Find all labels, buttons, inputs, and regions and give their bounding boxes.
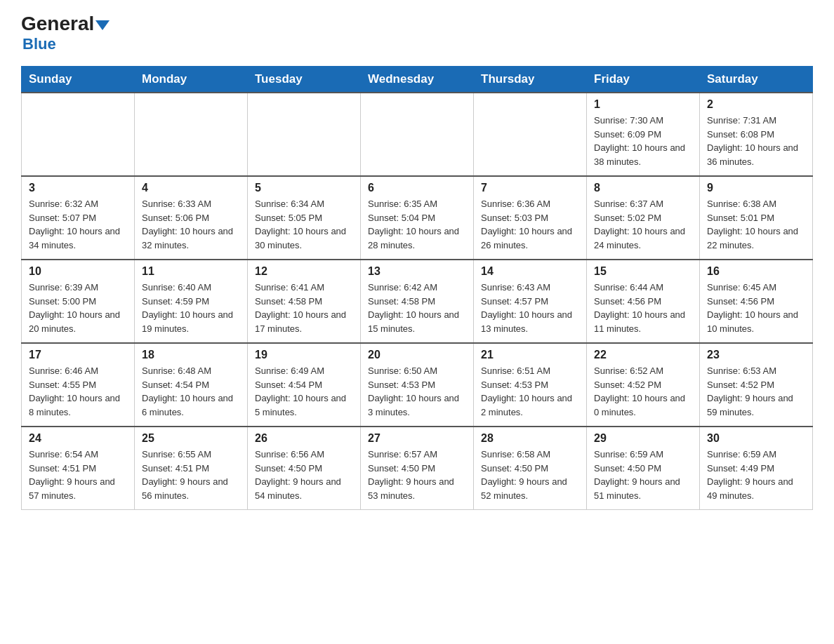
calendar-header-row: SundayMondayTuesdayWednesdayThursdayFrid… xyxy=(22,67,813,93)
calendar-day-header: Friday xyxy=(587,67,700,93)
calendar-cell: 12Sunrise: 6:41 AM Sunset: 4:58 PM Dayli… xyxy=(248,260,361,343)
day-number: 7 xyxy=(481,182,579,194)
week-row: 24Sunrise: 6:54 AM Sunset: 4:51 PM Dayli… xyxy=(22,427,813,510)
calendar-cell: 10Sunrise: 6:39 AM Sunset: 5:00 PM Dayli… xyxy=(22,260,135,343)
calendar-cell: 28Sunrise: 6:58 AM Sunset: 4:50 PM Dayli… xyxy=(474,427,587,510)
day-info: Sunrise: 7:30 AM Sunset: 6:09 PM Dayligh… xyxy=(594,114,692,168)
calendar-cell: 25Sunrise: 6:55 AM Sunset: 4:51 PM Dayli… xyxy=(135,427,248,510)
day-number: 17 xyxy=(29,349,127,361)
day-number: 4 xyxy=(142,182,240,194)
day-info: Sunrise: 6:55 AM Sunset: 4:51 PM Dayligh… xyxy=(142,448,240,502)
calendar-cell: 21Sunrise: 6:51 AM Sunset: 4:53 PM Dayli… xyxy=(474,343,587,427)
week-row: 17Sunrise: 6:46 AM Sunset: 4:55 PM Dayli… xyxy=(22,343,813,427)
logo: General Blue xyxy=(21,14,110,53)
day-number: 20 xyxy=(368,349,466,361)
day-info: Sunrise: 6:41 AM Sunset: 4:58 PM Dayligh… xyxy=(255,281,353,335)
day-number: 18 xyxy=(142,349,240,361)
day-number: 10 xyxy=(29,265,127,278)
calendar-cell: 15Sunrise: 6:44 AM Sunset: 4:56 PM Dayli… xyxy=(587,260,700,343)
calendar-cell: 23Sunrise: 6:53 AM Sunset: 4:52 PM Dayli… xyxy=(700,343,813,427)
day-number: 12 xyxy=(255,265,353,278)
day-number: 23 xyxy=(707,349,805,361)
calendar-cell: 16Sunrise: 6:45 AM Sunset: 4:56 PM Dayli… xyxy=(700,260,813,343)
calendar-day-header: Thursday xyxy=(474,67,587,93)
day-info: Sunrise: 6:56 AM Sunset: 4:50 PM Dayligh… xyxy=(255,448,353,502)
calendar-cell: 19Sunrise: 6:49 AM Sunset: 4:54 PM Dayli… xyxy=(248,343,361,427)
day-info: Sunrise: 6:50 AM Sunset: 4:53 PM Dayligh… xyxy=(368,364,466,419)
calendar-cell: 5Sunrise: 6:34 AM Sunset: 5:05 PM Daylig… xyxy=(248,176,361,260)
day-info: Sunrise: 6:59 AM Sunset: 4:50 PM Dayligh… xyxy=(594,448,692,502)
calendar-cell: 8Sunrise: 6:37 AM Sunset: 5:02 PM Daylig… xyxy=(587,176,700,260)
calendar-cell xyxy=(474,93,587,176)
day-number: 3 xyxy=(29,182,127,194)
day-info: Sunrise: 6:38 AM Sunset: 5:01 PM Dayligh… xyxy=(707,197,805,252)
day-number: 29 xyxy=(594,432,692,445)
calendar-cell xyxy=(135,93,248,176)
calendar-cell xyxy=(22,93,135,176)
day-number: 24 xyxy=(29,432,127,445)
day-number: 25 xyxy=(142,432,240,445)
calendar-cell: 26Sunrise: 6:56 AM Sunset: 4:50 PM Dayli… xyxy=(248,427,361,510)
week-row: 1Sunrise: 7:30 AM Sunset: 6:09 PM Daylig… xyxy=(22,93,813,176)
day-number: 5 xyxy=(255,182,353,194)
calendar-cell xyxy=(248,93,361,176)
calendar-cell: 17Sunrise: 6:46 AM Sunset: 4:55 PM Dayli… xyxy=(22,343,135,427)
day-info: Sunrise: 6:53 AM Sunset: 4:52 PM Dayligh… xyxy=(707,364,805,419)
calendar-cell: 4Sunrise: 6:33 AM Sunset: 5:06 PM Daylig… xyxy=(135,176,248,260)
day-number: 16 xyxy=(707,265,805,278)
day-info: Sunrise: 6:36 AM Sunset: 5:03 PM Dayligh… xyxy=(481,197,579,252)
day-info: Sunrise: 6:57 AM Sunset: 4:50 PM Dayligh… xyxy=(368,448,466,502)
week-row: 3Sunrise: 6:32 AM Sunset: 5:07 PM Daylig… xyxy=(22,176,813,260)
calendar-day-header: Saturday xyxy=(700,67,813,93)
day-info: Sunrise: 6:52 AM Sunset: 4:52 PM Dayligh… xyxy=(594,364,692,419)
day-number: 28 xyxy=(481,432,579,445)
calendar-cell: 9Sunrise: 6:38 AM Sunset: 5:01 PM Daylig… xyxy=(700,176,813,260)
day-info: Sunrise: 6:40 AM Sunset: 4:59 PM Dayligh… xyxy=(142,281,240,335)
logo-general-text: General xyxy=(21,14,110,34)
day-info: Sunrise: 6:46 AM Sunset: 4:55 PM Dayligh… xyxy=(29,364,127,419)
day-info: Sunrise: 6:54 AM Sunset: 4:51 PM Dayligh… xyxy=(29,448,127,502)
calendar-cell: 24Sunrise: 6:54 AM Sunset: 4:51 PM Dayli… xyxy=(22,427,135,510)
calendar-cell: 2Sunrise: 7:31 AM Sunset: 6:08 PM Daylig… xyxy=(700,93,813,176)
calendar-cell: 27Sunrise: 6:57 AM Sunset: 4:50 PM Dayli… xyxy=(361,427,474,510)
week-row: 10Sunrise: 6:39 AM Sunset: 5:00 PM Dayli… xyxy=(22,260,813,343)
calendar-cell: 20Sunrise: 6:50 AM Sunset: 4:53 PM Dayli… xyxy=(361,343,474,427)
day-number: 27 xyxy=(368,432,466,445)
calendar-cell: 11Sunrise: 6:40 AM Sunset: 4:59 PM Dayli… xyxy=(135,260,248,343)
day-info: Sunrise: 6:44 AM Sunset: 4:56 PM Dayligh… xyxy=(594,281,692,335)
day-info: Sunrise: 6:51 AM Sunset: 4:53 PM Dayligh… xyxy=(481,364,579,419)
calendar-cell: 18Sunrise: 6:48 AM Sunset: 4:54 PM Dayli… xyxy=(135,343,248,427)
day-number: 8 xyxy=(594,182,692,194)
calendar-cell: 1Sunrise: 7:30 AM Sunset: 6:09 PM Daylig… xyxy=(587,93,700,176)
calendar-cell xyxy=(361,93,474,176)
day-number: 9 xyxy=(707,182,805,194)
calendar-cell: 7Sunrise: 6:36 AM Sunset: 5:03 PM Daylig… xyxy=(474,176,587,260)
day-number: 19 xyxy=(255,349,353,361)
calendar-cell: 6Sunrise: 6:35 AM Sunset: 5:04 PM Daylig… xyxy=(361,176,474,260)
calendar-cell: 30Sunrise: 6:59 AM Sunset: 4:49 PM Dayli… xyxy=(700,427,813,510)
day-info: Sunrise: 6:49 AM Sunset: 4:54 PM Dayligh… xyxy=(255,364,353,419)
day-info: Sunrise: 6:39 AM Sunset: 5:00 PM Dayligh… xyxy=(29,281,127,335)
calendar-day-header: Wednesday xyxy=(361,67,474,93)
day-number: 11 xyxy=(142,265,240,278)
calendar-cell: 13Sunrise: 6:42 AM Sunset: 4:58 PM Dayli… xyxy=(361,260,474,343)
calendar-day-header: Tuesday xyxy=(248,67,361,93)
day-info: Sunrise: 6:58 AM Sunset: 4:50 PM Dayligh… xyxy=(481,448,579,502)
day-number: 14 xyxy=(481,265,579,278)
day-number: 2 xyxy=(707,98,805,111)
day-number: 21 xyxy=(481,349,579,361)
calendar-cell: 29Sunrise: 6:59 AM Sunset: 4:50 PM Dayli… xyxy=(587,427,700,510)
day-number: 26 xyxy=(255,432,353,445)
day-info: Sunrise: 6:45 AM Sunset: 4:56 PM Dayligh… xyxy=(707,281,805,335)
day-number: 30 xyxy=(707,432,805,445)
day-info: Sunrise: 7:31 AM Sunset: 6:08 PM Dayligh… xyxy=(707,114,805,168)
calendar-cell: 3Sunrise: 6:32 AM Sunset: 5:07 PM Daylig… xyxy=(22,176,135,260)
logo-blue-text: Blue xyxy=(21,35,56,53)
calendar-table: SundayMondayTuesdayWednesdayThursdayFrid… xyxy=(21,66,813,510)
day-info: Sunrise: 6:34 AM Sunset: 5:05 PM Dayligh… xyxy=(255,197,353,252)
calendar-day-header: Monday xyxy=(135,67,248,93)
day-number: 15 xyxy=(594,265,692,278)
logo-triangle-icon xyxy=(95,20,110,30)
day-number: 6 xyxy=(368,182,466,194)
day-info: Sunrise: 6:35 AM Sunset: 5:04 PM Dayligh… xyxy=(368,197,466,252)
